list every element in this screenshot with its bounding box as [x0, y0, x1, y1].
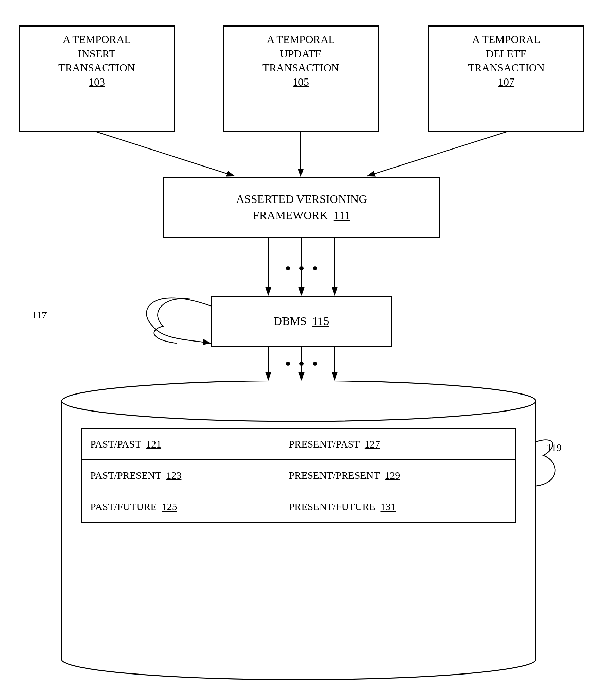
- update-number: 105: [293, 76, 309, 88]
- svg-line-5: [367, 132, 506, 176]
- num-129: 129: [385, 470, 400, 481]
- num-131: 131: [380, 501, 396, 512]
- diagram: A TEMPORALINSERTTRANSACTION103 A TEMPORA…: [0, 0, 603, 700]
- svg-point-17: [286, 362, 290, 366]
- grid-row-1: PAST/PAST 121 PRESENT/PAST 127: [82, 428, 516, 460]
- svg-point-16: [313, 362, 317, 366]
- svg-point-10: [313, 266, 317, 270]
- delete-transaction-box: A TEMPORALDELETETRANSACTION107: [428, 25, 584, 132]
- num-123: 123: [166, 470, 181, 481]
- insert-number: 103: [89, 76, 105, 88]
- cell-present-future: PRESENT/FUTURE 131: [280, 491, 516, 522]
- delete-number: 107: [498, 76, 514, 88]
- cell-past-present: PAST/PRESENT 123: [82, 460, 280, 491]
- svg-point-9: [299, 266, 304, 270]
- svg-line-3: [97, 132, 234, 176]
- cell-past-past: PAST/PAST 121: [82, 428, 280, 460]
- dbms-box: DBMS 115: [211, 296, 392, 347]
- insert-label: A TEMPORALINSERTTRANSACTION103: [58, 33, 135, 88]
- svg-point-11: [286, 266, 290, 270]
- framework-number: 111: [334, 209, 350, 222]
- dbms-label: DBMS 115: [274, 313, 329, 329]
- delete-label: A TEMPORALDELETETRANSACTION107: [468, 33, 545, 88]
- cell-present-present: PRESENT/PRESENT 129: [280, 460, 516, 491]
- num-121: 121: [146, 438, 161, 450]
- grid-container: PAST/PAST 121 PRESENT/PAST 127 PAST/PRES…: [81, 428, 516, 523]
- cylinder-svg: [61, 381, 536, 680]
- update-label: A TEMPORALUPDATETRANSACTION105: [262, 33, 339, 88]
- label-117: 117: [32, 309, 47, 321]
- label-119: 119: [547, 442, 562, 453]
- update-transaction-box: A TEMPORALUPDATETRANSACTION105: [223, 25, 379, 132]
- dbms-number: 115: [312, 315, 329, 327]
- cell-present-past: PRESENT/PAST 127: [280, 428, 516, 460]
- num-125: 125: [162, 501, 177, 512]
- framework-label: ASSERTED VERSIONINGFRAMEWORK 111: [236, 191, 367, 223]
- framework-box: ASSERTED VERSIONINGFRAMEWORK 111: [163, 177, 440, 238]
- grid-row-3: PAST/FUTURE 125 PRESENT/FUTURE 131: [82, 491, 516, 522]
- insert-transaction-box: A TEMPORALINSERTTRANSACTION103: [19, 25, 175, 132]
- grid-table: PAST/PAST 121 PRESENT/PAST 127 PAST/PRES…: [81, 428, 516, 523]
- cell-past-future: PAST/FUTURE 125: [82, 491, 280, 522]
- svg-point-15: [299, 362, 304, 366]
- svg-point-1: [62, 381, 536, 421]
- grid-row-2: PAST/PRESENT 123 PRESENT/PRESENT 129: [82, 460, 516, 491]
- num-127: 127: [365, 438, 380, 450]
